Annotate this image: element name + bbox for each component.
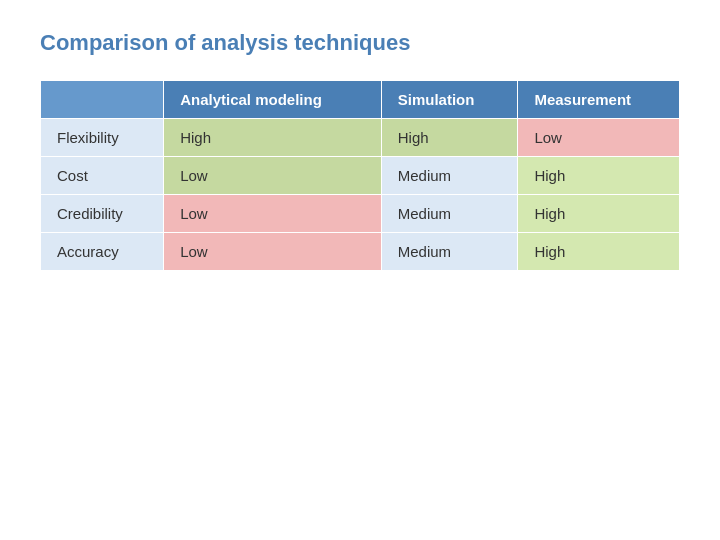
- row-0-col3: Low: [518, 119, 680, 157]
- table-row: FlexibilityHighHighLow: [41, 119, 680, 157]
- row-0-col1: High: [164, 119, 382, 157]
- page: Comparison of analysis techniques Analyt…: [0, 0, 720, 540]
- table-row: CredibilityLowMediumHigh: [41, 195, 680, 233]
- row-1-col1: Low: [164, 157, 382, 195]
- row-0-label: Flexibility: [41, 119, 164, 157]
- table-row: CostLowMediumHigh: [41, 157, 680, 195]
- row-2-col2: Medium: [381, 195, 518, 233]
- header-cell-1: Analytical modeling: [164, 81, 382, 119]
- row-3-col1: Low: [164, 233, 382, 271]
- header-cell-3: Measurement: [518, 81, 680, 119]
- row-3-col2: Medium: [381, 233, 518, 271]
- comparison-table: Analytical modeling Simulation Measureme…: [40, 80, 680, 271]
- header-cell-2: Simulation: [381, 81, 518, 119]
- row-1-col3: High: [518, 157, 680, 195]
- header-cell-0: [41, 81, 164, 119]
- row-3-col3: High: [518, 233, 680, 271]
- row-2-label: Credibility: [41, 195, 164, 233]
- row-1-label: Cost: [41, 157, 164, 195]
- table-header-row: Analytical modeling Simulation Measureme…: [41, 81, 680, 119]
- row-2-col3: High: [518, 195, 680, 233]
- table-row: AccuracyLowMediumHigh: [41, 233, 680, 271]
- row-0-col2: High: [381, 119, 518, 157]
- table-wrapper: Analytical modeling Simulation Measureme…: [40, 80, 680, 271]
- page-title: Comparison of analysis techniques: [40, 30, 680, 56]
- row-1-col2: Medium: [381, 157, 518, 195]
- row-3-label: Accuracy: [41, 233, 164, 271]
- row-2-col1: Low: [164, 195, 382, 233]
